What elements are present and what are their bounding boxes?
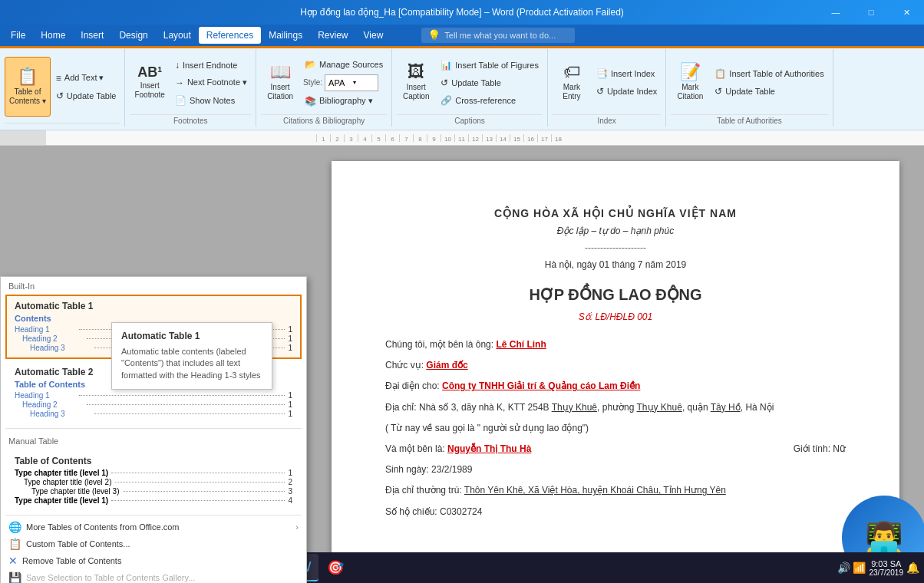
search-box[interactable]: Tell me what you want to do... [444,31,556,40]
company-name: Công ty TNHH Giải trí & Quảng cáo Lam Đi… [442,380,640,391]
close-button[interactable]: ✕ [889,0,924,25]
watermark: 👨‍💻 ThuthuatOffice THỦ THUẬT VĂN PHÒNG [838,496,924,560]
mark-citation-button[interactable]: 📝 MarkCitation [671,53,709,113]
doc-subtitle: Độc lập – tự do – hạnh phúc [385,226,846,236]
app6-button[interactable]: 🎯 [322,554,349,581]
independence-text: Độc lập – tự do – hạnh phúc [557,226,674,236]
more-toc-link[interactable]: 🌐 More Tables of Contents from Office.co… [1,519,306,535]
toc-label: Table ofContents ▾ [9,87,46,106]
bibliography-button[interactable]: 📚Bibliography ▾ [301,93,387,110]
mark-entry-button[interactable]: 🏷 MarkEntry [553,53,591,113]
save-toc-link: 💾 Save Selection to Table of Contents Ga… [1,569,306,583]
captions-group-label: Captions [397,114,543,125]
captions-ribbon-group: 🖼 InsertCaption 📊Insert Table of Figures… [392,49,548,127]
menu-mailings[interactable]: Mailings [261,27,310,44]
toc-ribbon-group: 📋 Table ofContents ▾ ≡Add Text ▾ ↺Update… [0,49,125,127]
built-in-header: Built-In [1,277,306,293]
caption-label: InsertCaption [403,83,429,101]
name-ha: Nguyễn Thị Thu Hà [447,443,531,454]
footnote-label: InsertFootnote [134,81,164,100]
index-group-label: Index [553,114,661,125]
manual-header: Manual Table [1,432,306,448]
index-ribbon-group: 🏷 MarkEntry 📑Insert Index ↺Update Index … [548,49,666,127]
footnotes-ribbon-group: AB¹ InsertFootnote ↓Insert Endnote →Next… [125,49,256,127]
menu-review[interactable]: Review [310,27,355,44]
menu-design[interactable]: Design [111,27,155,44]
window-title: Hợp đồng lao động_Ha [Compatibility Mode… [0,7,924,18]
doc-date: Hà nội, ngày 01 tháng 7 năm 2019 [385,259,846,270]
table-of-contents-button[interactable]: 📋 Table ofContents ▾ [5,57,51,117]
update-index-button[interactable]: ↺Update Index [592,83,661,100]
document-page[interactable]: CỘNG HÒA XÃ HỘI CHỦ NGHĨA VIỆT NAM Độc l… [332,161,899,560]
watermark-icon: 👨‍💻 [865,520,903,556]
doc-p3: Đại diện cho: Công ty TNHH Giải trí & Qu… [385,379,846,394]
doc-p1: Chúng tôi, một bên là ông: Lê Chí Linh [385,338,846,352]
menu-layout[interactable]: Layout [156,27,199,44]
menu-file[interactable]: File [3,27,33,44]
doc-so: Số: LĐ/HĐLĐ 001 [385,311,846,322]
manage-sources-button[interactable]: 📂Manage Sources [301,56,387,73]
cross-reference-button[interactable]: 🔗Cross-reference [437,92,543,109]
main-area: Built-In Automatic Table 1 Contents Head… [0,146,924,560]
doc-p8: Địa chỉ thường trú: Thôn Yên Khê, Xã Việ… [385,483,846,498]
update-table-fig-button[interactable]: ↺Update Table [437,74,543,91]
menu-bar: File Home Insert Design Layout Reference… [0,25,924,46]
insert-table-auth-button[interactable]: 📋Insert Table of Authorities [711,65,827,82]
gender: Giới tính: Nữ [794,442,846,456]
doc-p4: Địa chỉ: Nhà số 3, dãy nhà K, KTT 254B T… [385,400,846,415]
ribbon: 📋 Table ofContents ▾ ≡Add Text ▾ ↺Update… [0,46,924,130]
mark-citation-label: MarkCitation [677,83,703,101]
insert-endnote-button[interactable]: ↓Insert Endnote [171,57,251,74]
doc-main-title: HỢP ĐỒNG LAO ĐỘNG [385,285,846,304]
tooltip-description: Automatic table contents (labeled "Conte… [121,346,262,381]
doc-p2: Chức vụ: Giám đốc [385,358,846,373]
citations-group-label: Citations & Bibliography [261,114,387,125]
show-notes-button[interactable]: 📄Show Notes [171,92,251,109]
insert-index-button[interactable]: 📑Insert Index [592,65,661,82]
citation-label: InsertCitation [267,83,293,101]
toc-manual-table[interactable]: Table of Contents Type chapter title (le… [5,450,302,512]
mark-citation-icon: 📝 [680,64,701,81]
doc-country-title: CỘNG HÒA XÃ HỘI CHỦ NGHĨA VIỆT NAM [385,207,846,219]
remove-toc-link[interactable]: ✕ Remove Table of Contents [1,552,306,569]
footnote-icon: AB¹ [137,65,162,79]
next-footnote-button[interactable]: →Next Footnote ▾ [171,74,251,91]
menu-view[interactable]: View [356,27,391,44]
ruler: 1 2 3 4 5 6 7 8 9 10 11 12 13 14 15 16 1… [0,130,924,146]
custom-toc-link[interactable]: 📋 Custom Table of Contents... [1,535,306,552]
minimize-button[interactable]: — [818,0,853,25]
doc-p5: ( Từ nay về sau gọi là " người sử dụng l… [385,421,846,436]
notification-button[interactable]: 🔔 [906,562,919,574]
authorities-group-label: Table of Authorities [671,114,827,125]
menu-references[interactable]: References [199,27,261,44]
insert-footnote-button[interactable]: AB¹ InsertFootnote [130,53,169,113]
doc-divider: -------------------- [385,242,846,253]
toc-icon: 📋 [17,68,38,85]
update-table-button[interactable]: ↺Update Table [52,87,120,104]
taskbar-clock[interactable]: 9:03 SA 23/7/2019 [870,559,904,577]
tooltip-title: Automatic Table 1 [121,331,262,341]
tooltip-popup: Automatic Table 1 Automatic table conten… [111,322,272,390]
mark-entry-label: MarkEntry [563,83,580,101]
insert-table-figures-button[interactable]: 📊Insert Table of Figures [437,57,543,74]
taskbar-right: 🔊 📶 9:03 SA 23/7/2019 🔔 [837,559,919,577]
update-table-auth-button[interactable]: ↺Update Table [711,83,827,100]
maximize-button[interactable]: □ [853,0,889,25]
add-text-button[interactable]: ≡Add Text ▾ [52,70,120,87]
system-tray: 🔊 📶 [837,562,866,574]
style-select[interactable]: APA▾ [325,74,378,91]
doc-p7: Sinh ngày: 23/2/1989 [385,463,846,477]
insert-citation-button[interactable]: 📖 InsertCitation [261,53,299,113]
toc-group-label [5,123,120,125]
citations-ribbon-group: 📖 InsertCitation 📂Manage Sources Style: … [256,49,392,127]
insert-caption-button[interactable]: 🖼 InsertCaption [397,53,435,113]
footnotes-group-label: Footnotes [130,114,251,125]
citation-icon: 📖 [270,64,291,81]
mark-entry-icon: 🏷 [563,64,580,81]
document-area: CỘNG HÒA XÃ HỘI CHỦ NGHĨA VIỆT NAM Độc l… [307,146,924,560]
menu-insert[interactable]: Insert [73,27,111,44]
menu-home[interactable]: Home [33,27,73,44]
doc-p6: Và một bên là: Nguyễn Thị Thu Hà Giới tí… [385,442,846,456]
authorities-ribbon-group: 📝 MarkCitation 📋Insert Table of Authorit… [666,49,833,127]
title-bar: Hợp đồng lao động_Ha [Compatibility Mode… [0,0,924,25]
